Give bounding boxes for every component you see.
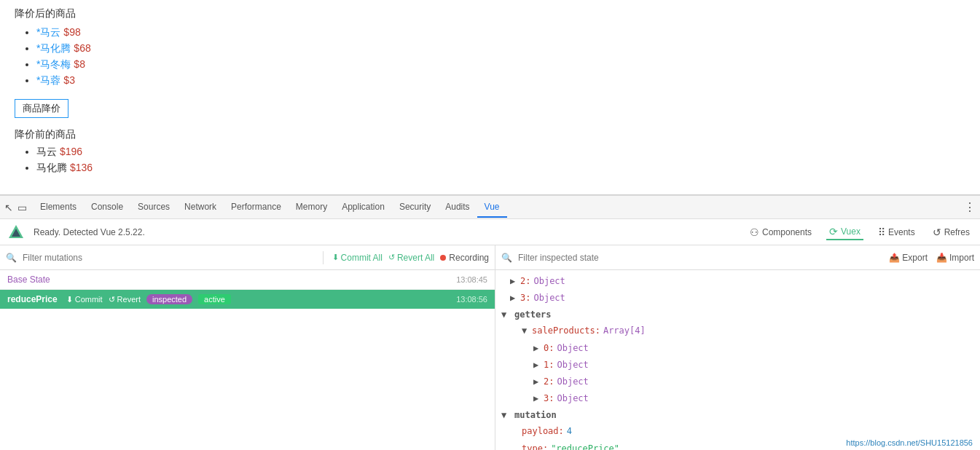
list-item: *马云 $98	[36, 26, 965, 39]
tab-application[interactable]: Application	[334, 197, 392, 218]
revert-label: Revert	[117, 295, 141, 304]
tree-toggle[interactable]: ▶	[533, 392, 541, 406]
commit-all-label: Commit All	[341, 253, 383, 263]
tree-toggle[interactable]: ▶	[510, 291, 517, 305]
device-icon[interactable]: ▭	[17, 202, 27, 213]
page-content: 降价后的商品 *马云 $98 *马化腾 $68 *马冬梅 $8 *马蓉 $3 商…	[0, 0, 980, 195]
tree-item: ▶ 2: Object	[495, 374, 980, 390]
list-item: *马化腾 $68	[36, 42, 965, 55]
events-tab-btn[interactable]: ⠿ Events	[875, 225, 918, 240]
tree-toggle[interactable]: ▼	[522, 324, 529, 338]
vue-toolbar-right: ⚇ Components ⟳ Vuex ⠿ Events ↺ Refres	[747, 224, 973, 240]
product-name: *马冬梅	[36, 58, 71, 70]
vuex-tab-btn[interactable]: ⟳ Vuex	[826, 224, 863, 240]
events-label: Events	[888, 227, 915, 237]
tab-network[interactable]: Network	[177, 197, 224, 218]
sale-button[interactable]: 商品降价	[15, 99, 68, 118]
getters-label: getters	[514, 309, 552, 320]
tab-sources[interactable]: Sources	[130, 197, 177, 218]
products-before-list: 马云 $196 马化腾 $136	[15, 146, 965, 175]
base-state-label: Base State	[7, 275, 50, 285]
list-item: 马化腾 $136	[36, 162, 965, 175]
right-panel-toolbar: 🔍 📤 Export 📥 Import	[495, 245, 980, 270]
product-name: 马云	[36, 146, 57, 157]
vuex-icon: ⟳	[829, 226, 838, 237]
tab-elements[interactable]: Elements	[33, 197, 84, 218]
right-panel: 🔍 📤 Export 📥 Import ▶ 2:	[495, 245, 980, 450]
components-label: Components	[762, 227, 812, 237]
getters-toggle[interactable]: ▼	[501, 309, 509, 320]
filter-mutations-input[interactable]	[23, 253, 314, 263]
product-price: $98	[63, 26, 80, 38]
left-panel: 🔍 ⬇ Commit All ↺ Revert All Recording	[0, 245, 495, 450]
product-name: *马化腾	[36, 42, 71, 54]
inspected-badge: inspected	[146, 294, 192, 304]
mutation-row[interactable]: reducePrice ⬇ Commit ↺ Revert inspected …	[0, 290, 495, 309]
mutation-revert-btn[interactable]: ↺ Revert	[109, 295, 141, 304]
tree-toggle[interactable]: ▶	[533, 375, 541, 389]
tree-item: ▼ saleProducts: Array[4]	[495, 323, 980, 339]
mutation-list: Base State 13:08:45 reducePrice ⬇ Commit…	[0, 270, 495, 450]
devtools-nav-bar: ↖ ▭ Elements Console Sources Network Per…	[0, 196, 980, 219]
base-state-time: 13:08:45	[456, 275, 487, 284]
product-name: *马蓉	[36, 74, 60, 86]
tree-key: 3:	[520, 291, 530, 305]
mutation-section: ▼ mutation	[495, 407, 980, 423]
type-value: "reducePrice"	[551, 442, 619, 451]
commit-all-btn[interactable]: ⬇ Commit All	[332, 253, 383, 263]
tree-toggle[interactable]: ▶	[533, 358, 541, 372]
tree-value: Object	[533, 275, 565, 288]
refresh-icon: ↺	[933, 226, 941, 238]
vuex-label: Vuex	[841, 226, 861, 237]
devtools-body: 🔍 ⬇ Commit All ↺ Revert All Recording	[0, 245, 980, 450]
tree-item: ▶ 2: Object	[495, 273, 980, 290]
tab-memory[interactable]: Memory	[289, 197, 334, 218]
list-item: 马云 $196	[36, 146, 965, 159]
product-price: $136	[70, 162, 93, 173]
product-name: *马云	[36, 26, 60, 38]
export-icon: 📤	[889, 253, 900, 263]
more-tabs-icon[interactable]: ⋮	[964, 200, 976, 214]
cursor-icon[interactable]: ↖	[4, 202, 13, 213]
payload-value: 4	[567, 425, 572, 438]
filter-state-input[interactable]	[518, 253, 883, 263]
import-btn[interactable]: 📥 Import	[936, 253, 974, 263]
export-btn[interactable]: 📤 Export	[889, 253, 928, 263]
mutation-toggle[interactable]: ▼	[501, 410, 509, 420]
tree-item: ▶ 1: Object	[495, 357, 980, 374]
tree-value: Object	[557, 342, 588, 355]
tree-value: Object	[557, 392, 588, 406]
recording-label: Recording	[449, 253, 489, 263]
tree-item: ▶ 0: Object	[495, 340, 980, 357]
commit-label: Commit	[75, 295, 103, 304]
payload-key: payload:	[522, 425, 564, 438]
tree-value: Object	[557, 375, 588, 389]
tab-vue[interactable]: Vue	[477, 197, 507, 218]
refresh-btn[interactable]: ↺ Refres	[930, 225, 973, 240]
tab-console[interactable]: Console	[84, 197, 130, 218]
tab-performance[interactable]: Performance	[224, 197, 289, 218]
mutation-name-label: reducePrice	[7, 294, 58, 304]
vue-toolbar: Ready. Detected Vue 2.5.22. ⚇ Components…	[0, 219, 980, 245]
mutation-commit-btn[interactable]: ⬇ Commit	[66, 295, 103, 304]
revert-all-label: Revert All	[397, 253, 434, 263]
product-name: 马化腾	[36, 162, 67, 173]
mutation-time-label: 13:08:56	[456, 295, 487, 304]
product-price: $8	[74, 58, 85, 70]
devtools-icons: ↖ ▭	[4, 202, 27, 213]
recording-btn[interactable]: Recording	[440, 253, 489, 263]
devtools-panel: ↖ ▭ Elements Console Sources Network Per…	[0, 195, 980, 450]
revert-all-icon: ↺	[388, 253, 395, 262]
revert-all-btn[interactable]: ↺ Revert All	[388, 253, 434, 263]
components-tab-btn[interactable]: ⚇ Components	[747, 225, 815, 240]
commit-all-icon: ⬇	[332, 253, 339, 262]
export-label: Export	[902, 253, 928, 263]
tab-audits[interactable]: Audits	[438, 197, 477, 218]
list-item: *马冬梅 $8	[36, 58, 965, 71]
active-badge: active	[198, 294, 231, 304]
product-price: $3	[63, 74, 75, 86]
tab-security[interactable]: Security	[392, 197, 438, 218]
tree-toggle[interactable]: ▶	[510, 275, 517, 288]
tree-toggle[interactable]: ▶	[533, 342, 541, 355]
red-dot-icon	[440, 255, 446, 261]
